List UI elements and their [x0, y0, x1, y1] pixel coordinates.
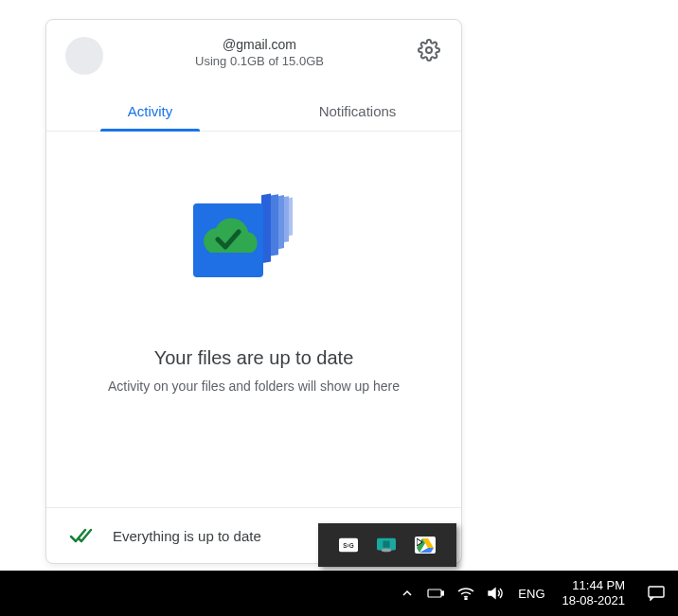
tab-activity[interactable]: Activity — [46, 92, 254, 131]
status-title: Your files are up to date — [154, 347, 354, 369]
storage-usage: Using 0.1GB of 15.0GB — [111, 54, 408, 68]
status-subtitle: Activity on your files and folders will … — [108, 378, 400, 394]
activity-content: Your files are up to date Activity on yo… — [46, 132, 461, 507]
wifi-icon[interactable] — [457, 587, 474, 600]
battery-icon[interactable] — [427, 588, 444, 599]
touchpad-icon[interactable] — [377, 537, 396, 553]
svg-rect-16 — [428, 590, 441, 597]
tabs: Activity Notifications — [46, 92, 461, 132]
account-info: @gmail.com Using 0.1GB of 15.0GB — [103, 37, 416, 68]
screen2gif-icon[interactable]: S›G — [339, 537, 358, 553]
svg-point-0 — [426, 47, 432, 53]
avatar[interactable] — [65, 37, 103, 75]
double-check-icon — [69, 527, 94, 544]
svg-rect-10 — [383, 540, 389, 547]
drive-tray-icon[interactable] — [415, 537, 436, 554]
tray-overflow-popup: S›G — [318, 523, 456, 567]
clock-date: 18-08-2021 — [562, 593, 626, 608]
svg-rect-2 — [271, 194, 278, 255]
svg-rect-4 — [284, 196, 289, 242]
clock[interactable]: 11:44 PM 18-08-2021 — [553, 578, 635, 608]
volume-icon[interactable] — [488, 587, 505, 600]
taskbar: ENG 11:44 PM 18-08-2021 — [0, 571, 678, 616]
account-email: @gmail.com — [111, 37, 408, 52]
svg-rect-17 — [442, 591, 444, 595]
system-tray: ENG — [401, 587, 552, 601]
settings-button[interactable] — [416, 37, 442, 63]
svg-point-11 — [382, 549, 392, 553]
popup-header: @gmail.com Using 0.1GB of 15.0GB — [46, 20, 461, 82]
svg-rect-19 — [649, 587, 664, 597]
drive-popup: @gmail.com Using 0.1GB of 15.0GB Activit… — [45, 19, 462, 564]
tab-notifications[interactable]: Notifications — [254, 92, 461, 131]
gear-icon — [418, 39, 440, 62]
svg-text:S›G: S›G — [343, 542, 353, 549]
language-indicator[interactable]: ENG — [518, 587, 544, 601]
svg-marker-15 — [417, 538, 422, 546]
uptodate-illustration — [187, 188, 320, 302]
svg-point-18 — [465, 598, 467, 600]
tray-chevron-up-icon[interactable] — [401, 587, 414, 600]
clock-time: 11:44 PM — [562, 578, 626, 593]
svg-rect-5 — [289, 197, 293, 236]
svg-rect-3 — [278, 195, 284, 249]
sync-status-text: Everything is up to date — [113, 528, 261, 544]
action-center-button[interactable] — [634, 586, 678, 601]
notification-icon — [648, 586, 665, 601]
